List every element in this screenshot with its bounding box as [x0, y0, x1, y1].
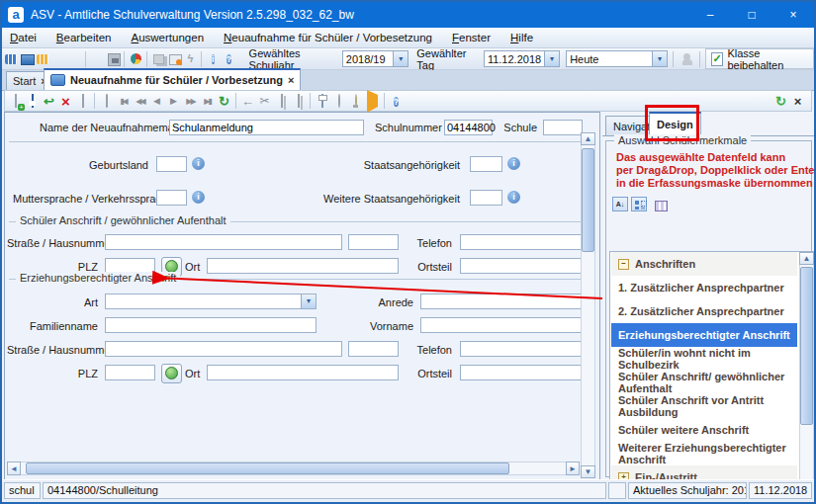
new-record-icon[interactable]: +	[8, 94, 23, 109]
students-blue-icon[interactable]	[3, 51, 17, 66]
familienname-label: Familienname	[27, 320, 98, 332]
vorname-input[interactable]	[420, 317, 583, 333]
tab-design[interactable]: Design	[649, 112, 701, 135]
undo-icon[interactable]: ↩	[42, 94, 56, 109]
menu-bearbeiten[interactable]: Bearbeiten	[56, 32, 112, 43]
close-tab-icon[interactable]: ×	[288, 74, 294, 86]
telefon-input[interactable]	[460, 234, 583, 250]
fast-forward-icon[interactable]: ▶▶	[183, 94, 198, 109]
art-dropdown[interactable]: ▾	[105, 294, 317, 309]
list-item[interactable]: Schüler Anschrift vor Antritt Ausbildung	[611, 394, 797, 418]
schulnummer-input[interactable]: 04144800	[444, 120, 493, 135]
panel-refresh-icon[interactable]: ↻	[773, 94, 788, 109]
pie-chart-icon[interactable]	[129, 51, 142, 66]
info-icon[interactable]: i	[507, 191, 520, 204]
scroll-up-icon[interactable]: ▲	[799, 252, 814, 265]
info-icon[interactable]: i	[206, 51, 220, 66]
sort-az-button[interactable]: A↓	[612, 197, 628, 211]
plz-input2[interactable]	[105, 365, 155, 380]
hausnummer-input[interactable]	[348, 234, 399, 250]
save-icon[interactable]	[25, 94, 40, 109]
menu-fenster[interactable]: Fenster	[452, 32, 491, 43]
menu-auswertungen[interactable]: Auswertungen	[132, 32, 205, 43]
list-item[interactable]: Schüler/in wohnt nicht im Schulbezirk	[611, 347, 797, 371]
menu-datei[interactable]: Datei	[10, 32, 37, 43]
list-item[interactable]: Weiterer Erziehungsberechtigter Anschrif…	[611, 442, 797, 465]
chevron-down-icon[interactable]: ▾	[393, 51, 408, 66]
list-item[interactable]: Schüler weitere Anschrift	[611, 418, 797, 442]
back-record-icon[interactable]: ◀	[149, 94, 164, 109]
first-record-icon[interactable]: ▮◀	[116, 94, 131, 109]
hscroll-thumb[interactable]	[26, 462, 509, 474]
info-icon[interactable]: i	[507, 157, 520, 170]
muttersprache-input[interactable]	[156, 190, 187, 206]
staatsangehoerigkeit-input[interactable]	[470, 156, 502, 172]
refresh-icon[interactable]: ↻	[217, 94, 231, 109]
schule-input[interactable]	[543, 120, 583, 135]
list-vscroll-thumb[interactable]	[800, 267, 813, 425]
book-camera-icon[interactable]	[106, 51, 120, 66]
chevron-down-icon[interactable]: ▾	[544, 51, 559, 66]
new-window-icon[interactable]	[167, 51, 181, 66]
print-icon[interactable]	[315, 94, 329, 109]
info-icon[interactable]: i	[192, 191, 205, 204]
maximize-button[interactable]: □	[731, 2, 772, 28]
table-view-button[interactable]	[652, 197, 668, 211]
forward-record-icon[interactable]: ▶	[166, 94, 181, 109]
fast-back-icon[interactable]: ◀◀	[133, 94, 147, 109]
list-item[interactable]: Schüler Anschrift/ gewöhnlicher Aufentha…	[611, 371, 797, 394]
day-mode-combo[interactable]: Heute▾	[566, 50, 668, 67]
tab-neuaufnahme[interactable]: Neuaufnahme für Schüler / Vorbesetzung×	[44, 68, 301, 90]
copy-icon	[274, 94, 289, 109]
day-combo[interactable]: 11.12.2018▾	[484, 50, 560, 67]
form-icon	[50, 74, 65, 86]
chat-purple-icon[interactable]	[50, 51, 64, 66]
hausnummer-input2[interactable]	[348, 341, 399, 357]
notify-horn-icon[interactable]	[365, 94, 380, 109]
staff-orange-icon[interactable]	[35, 51, 48, 66]
report-red-icon[interactable]	[90, 51, 104, 66]
hint-text-line1: Das ausgewählte Datenfeld kann	[616, 151, 785, 163]
delete-icon[interactable]: ×	[58, 94, 73, 109]
form-panel: Name der Neuaufnahmemaske Schulanmeldung…	[4, 112, 600, 480]
list-item[interactable]: 1. Zusätzlicher Ansprechpartner	[611, 276, 797, 299]
scroll-right-icon[interactable]: ►	[566, 462, 580, 475]
anrede-input[interactable]	[420, 294, 583, 309]
close-button[interactable]: ×	[772, 2, 814, 28]
list-item-anschriften[interactable]: − Anschriften	[611, 252, 797, 276]
weitere-staats-input[interactable]	[470, 190, 502, 206]
help-icon[interactable]: ?	[389, 94, 404, 109]
keep-class-group: ✓ Klasse beibehalten	[705, 48, 814, 69]
familienname-input[interactable]	[105, 317, 317, 333]
panel-close-icon[interactable]: ×	[790, 94, 805, 109]
group-view-button[interactable]	[631, 197, 647, 211]
geburtsland-input[interactable]	[156, 156, 187, 172]
ort-input[interactable]	[207, 258, 399, 274]
class-table-icon[interactable]	[19, 51, 33, 66]
menu-neuaufnahme[interactable]: Neuaufnahme für Schüler / Vorbesetzung	[224, 32, 432, 43]
chat-green-icon[interactable]	[67, 51, 81, 66]
info-icon[interactable]: i	[192, 157, 205, 170]
minimize-button[interactable]: –	[689, 2, 731, 28]
scroll-left-icon[interactable]: ◄	[7, 462, 21, 475]
vscroll-thumb[interactable]	[582, 148, 594, 252]
chevron-down-icon[interactable]: ▾	[652, 51, 667, 66]
ortsteil-input2[interactable]	[460, 365, 583, 380]
list-item[interactable]: 2. Zusätzlicher Ansprechpartner	[611, 299, 797, 323]
ort-input2[interactable]	[207, 365, 399, 380]
keep-class-checkbox[interactable]: ✓	[711, 52, 724, 66]
scroll-down-icon[interactable]: ▼	[581, 465, 595, 478]
help-icon[interactable]: ?	[222, 51, 235, 66]
menu-hilfe[interactable]: Hilfe	[510, 32, 533, 43]
scroll-up-icon[interactable]: ▲	[581, 132, 595, 145]
strasse-input[interactable]	[105, 234, 342, 250]
last-record-icon[interactable]: ▶▮	[200, 94, 215, 109]
mask-name-input[interactable]: Schulanmeldung	[169, 120, 364, 135]
ortsteil-input[interactable]	[460, 258, 583, 274]
strasse-input2[interactable]	[105, 341, 342, 357]
school-year-combo[interactable]: 2018/19▾	[342, 50, 408, 67]
telefon-input2[interactable]	[460, 341, 583, 357]
list-item-selected[interactable]: Erziehungsberechtigter Anschrift	[611, 323, 797, 347]
chevron-down-icon[interactable]: ▾	[301, 294, 316, 308]
collapse-icon[interactable]: −	[618, 259, 629, 270]
